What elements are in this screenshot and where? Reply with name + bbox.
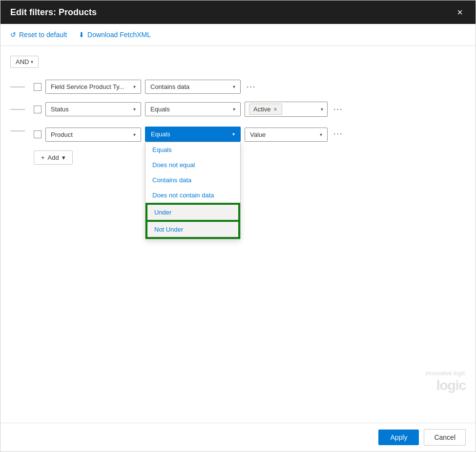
operator-chevron-icon: ▾ [233, 107, 235, 112]
dropdown-item-label: Contains data [152, 176, 191, 184]
filter-row: Field Service Product Ty... ▾ Contains d… [10, 76, 466, 98]
download-icon: ⬇ [79, 31, 84, 39]
row3-more-button[interactable]: ··· [331, 129, 345, 139]
tree-line [10, 109, 30, 110]
add-label: Add [48, 154, 59, 161]
download-fetchxml-button[interactable]: ⬇ Download FetchXML [79, 29, 151, 41]
value-label: Value [250, 131, 266, 138]
dropdown-item-not-under[interactable]: Not Under [146, 221, 239, 238]
value-chevron-icon[interactable]: ▾ [321, 107, 323, 112]
add-chevron-icon: ▾ [62, 154, 65, 161]
dropdown-item-does-not-contain-data[interactable]: Does not contain data [145, 188, 240, 203]
field-chevron-icon: ▾ [133, 107, 136, 112]
field-label: Product [51, 131, 73, 138]
product-value-select[interactable]: Value ▾ [245, 128, 328, 142]
edit-filters-dialog: Edit filters: Products × ↺ Reset to defa… [0, 0, 476, 452]
reset-icon: ↺ [10, 31, 16, 39]
watermark: innovative logic logic [426, 370, 466, 393]
field-label: Field Service Product Ty... [51, 83, 124, 90]
dialog-footer: Apply Cancel [0, 423, 476, 452]
add-icon: + [41, 154, 45, 161]
reset-to-default-button[interactable]: ↺ Reset to default [10, 29, 67, 41]
field-chevron-icon: ▾ [133, 132, 136, 137]
row1-checkbox[interactable] [34, 83, 41, 91]
operator-chevron-icon: ▾ [232, 131, 235, 137]
and-operator-badge[interactable]: AND ▾ [10, 56, 39, 68]
row2-checkbox[interactable] [34, 106, 41, 113]
filter-row: Product ▾ Equals ▾ Equals D [10, 121, 466, 146]
cancel-button[interactable]: Cancel [424, 429, 466, 446]
operator-wrapper: Equals ▾ Equals Does not equal Contains … [145, 127, 241, 142]
apply-button[interactable]: Apply [378, 430, 419, 445]
row3-checkbox[interactable] [34, 130, 41, 138]
operator-label: Equals [150, 106, 170, 113]
row2-more-button[interactable]: ··· [331, 104, 345, 115]
toolbar: ↺ Reset to default ⬇ Download FetchXML [0, 24, 476, 46]
filter-content: AND ▾ Field Service Product Ty... ▾ Cont… [0, 46, 476, 423]
dialog-header: Edit filters: Products × [0, 0, 476, 24]
field-label: Status [51, 106, 69, 113]
dropdown-item-contains-data[interactable]: Contains data [145, 172, 240, 188]
contains-data-operator[interactable]: Contains data ▾ [145, 80, 241, 94]
dropdown-item-label: Equals [152, 146, 172, 153]
dropdown-item-equals[interactable]: Equals [145, 142, 240, 157]
operator-dropdown: Equals Does not equal Contains data Does… [145, 142, 241, 239]
download-label: Download FetchXML [87, 31, 151, 39]
remove-active-tag-button[interactable]: × [272, 106, 278, 113]
close-button[interactable]: × [454, 6, 466, 18]
field-service-product-type-field[interactable]: Field Service Product Ty... ▾ [45, 80, 141, 94]
operator-chevron-icon: ▾ [233, 84, 235, 89]
dropdown-item-under[interactable]: Under [146, 204, 239, 221]
dropdown-item-label: Does not equal [152, 161, 195, 169]
tree-line [10, 127, 30, 131]
dropdown-item-label: Does not contain data [152, 192, 214, 199]
watermark-text: innovative logic [426, 370, 466, 377]
dialog-title: Edit filters: Products [10, 7, 97, 18]
and-chevron-icon: ▾ [31, 59, 33, 65]
equals-operator[interactable]: Equals ▾ [145, 102, 241, 116]
and-label: AND [16, 58, 29, 65]
value-chevron-icon: ▾ [320, 132, 322, 137]
watermark-logo: logic [436, 378, 466, 393]
status-field[interactable]: Status ▾ [45, 102, 141, 116]
product-equals-operator[interactable]: Equals ▾ [145, 127, 241, 142]
add-filter-button[interactable]: + Add ▾ [34, 151, 73, 165]
operator-label: Equals [151, 130, 170, 138]
operator-label: Contains data [150, 83, 189, 90]
dropdown-item-label: Not Under [154, 226, 183, 233]
product-field[interactable]: Product ▾ [45, 128, 141, 142]
filter-row: Status ▾ Equals ▾ Active × ▾ ··· [10, 98, 466, 121]
value-with-active-tag: Active × ▾ [245, 102, 328, 117]
dropdown-highlighted-group: Under Not Under [145, 203, 240, 239]
dropdown-item-does-not-equal[interactable]: Does not equal [145, 157, 240, 172]
dropdown-item-label: Under [154, 209, 171, 216]
active-tag: Active × [249, 104, 282, 115]
row1-more-button[interactable]: ··· [245, 82, 258, 92]
active-tag-label: Active [253, 106, 270, 113]
reset-label: Reset to default [19, 31, 67, 39]
filter-rows-container: Field Service Product Ty... ▾ Contains d… [10, 76, 466, 146]
field-chevron-icon: ▾ [133, 84, 136, 89]
tree-line [10, 86, 30, 87]
